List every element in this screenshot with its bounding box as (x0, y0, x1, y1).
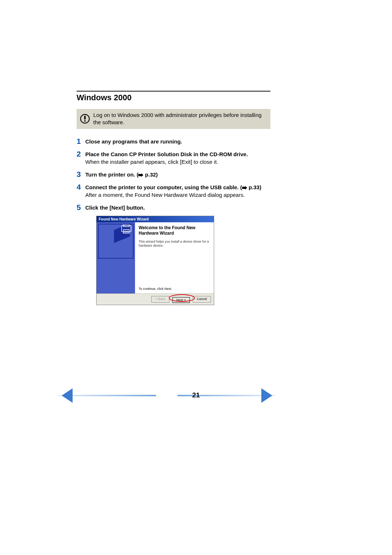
wizard-main: Welcome to the Found New Hardware Wizard… (135, 222, 214, 293)
step-title: Place the Canon CP Printer Solution Disk… (85, 151, 248, 157)
svg-marker-11 (261, 388, 272, 403)
page-ref-link[interactable]: p.33 (249, 184, 260, 190)
step-title-pre: Turn the printer on. ( (85, 171, 138, 178)
wizard-footer: < Back Next > Cancel (97, 293, 214, 305)
step-5: 5 Click the [Next] button. (77, 203, 270, 211)
step-title-pre: Connect the printer to your computer, us… (85, 184, 242, 190)
svg-rect-7 (123, 230, 129, 233)
page: Windows 2000 Log on to Windows 2000 with… (0, 0, 392, 555)
page-footer: 21 (0, 387, 392, 409)
step-body: Click the [Next] button. (85, 203, 270, 211)
step-subtext: After a moment, the Found New Hardware W… (85, 192, 245, 198)
wizard-dialog: Found New Hardware Wizard (96, 216, 214, 305)
page-ref-link[interactable]: p.32 (145, 171, 156, 178)
step-body: Turn the printer on. ( p.32) (85, 170, 270, 178)
step-title-post: ) (156, 171, 158, 178)
wizard-desc: This wizard helps you install a device d… (139, 240, 210, 248)
wizard-sidebar (97, 222, 135, 293)
step-subtext: When the installer panel appears, click … (85, 159, 218, 165)
step-body: Connect the printer to your computer, us… (85, 183, 270, 199)
svg-rect-1 (84, 116, 86, 119)
alert-icon (80, 114, 90, 123)
steps-list: 1 Close any programs that are running. 2… (77, 137, 270, 305)
step-4: 4 Connect the printer to your computer, … (77, 183, 270, 199)
step-number: 2 (77, 150, 85, 158)
printer-icon (121, 224, 132, 234)
content-area: Windows 2000 Log on to Windows 2000 with… (77, 91, 270, 305)
note-text: Log on to Windows 2000 with administrato… (93, 112, 267, 126)
next-page-button[interactable] (261, 388, 272, 404)
arrow-right-icon (138, 171, 143, 179)
wizard-welcome: Welcome to the Found New Hardware Wizard (139, 225, 210, 236)
prev-page-button[interactable] (62, 388, 73, 404)
svg-marker-4 (242, 186, 247, 190)
step-number: 4 (77, 183, 85, 191)
step-title: Click the [Next] button. (85, 204, 145, 211)
heading-rule (77, 91, 270, 92)
step-1: 1 Close any programs that are running. (77, 137, 270, 145)
step-number: 3 (77, 170, 85, 178)
wizard-back-button: < Back (151, 296, 170, 303)
step-number: 5 (77, 203, 85, 211)
step-body: Place the Canon CP Printer Solution Disk… (85, 150, 270, 166)
svg-marker-10 (62, 388, 73, 403)
arrow-right-icon (242, 184, 247, 191)
step-title: Turn the printer on. ( p.32) (85, 171, 158, 178)
wizard-next-button[interactable]: Next > (172, 297, 190, 303)
note-box: Log on to Windows 2000 with administrato… (77, 109, 270, 129)
svg-marker-3 (138, 173, 143, 177)
wizard-body: Welcome to the Found New Hardware Wizard… (97, 222, 214, 293)
step-title: Close any programs that are running. (85, 138, 182, 145)
section-heading: Windows 2000 (77, 93, 270, 102)
wizard-continue: To continue, click Next. (139, 287, 172, 291)
step-number: 1 (77, 137, 85, 145)
wizard-cancel-button[interactable]: Cancel (193, 296, 211, 303)
step-2: 2 Place the Canon CP Printer Solution Di… (77, 150, 270, 166)
page-number: 21 (0, 391, 392, 399)
step-title-post: ) (260, 184, 261, 190)
step-title: Connect the printer to your computer, us… (85, 184, 261, 190)
svg-point-2 (84, 120, 86, 122)
step-body: Close any programs that are running. (85, 137, 270, 145)
step-3: 3 Turn the printer on. ( p.32) (77, 170, 270, 178)
wizard-titlebar: Found New Hardware Wizard (97, 216, 214, 222)
